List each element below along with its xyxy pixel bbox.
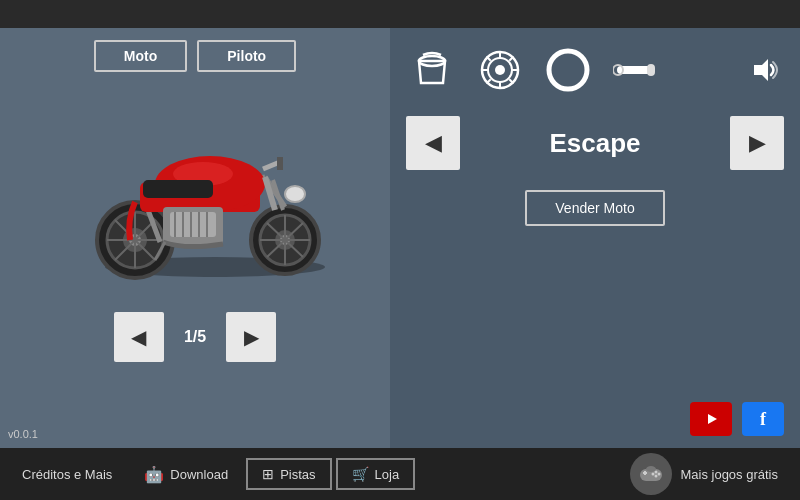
credits-button[interactable]: Créditos e Mais [8,461,126,488]
youtube-button[interactable] [690,402,732,436]
sell-row: Vender Moto [406,190,784,226]
svg-point-62 [652,473,655,476]
download-button[interactable]: 🤖 Download [130,459,242,490]
sound-icon[interactable] [744,50,784,90]
next-part-button[interactable]: ▶ [730,116,784,170]
more-games-label: Mais jogos grátis [680,467,778,482]
sell-moto-button[interactable]: Vender Moto [525,190,664,226]
svg-point-63 [646,466,656,472]
part-name-label: Escape [460,128,730,159]
page-indicator: 1/5 [184,328,206,346]
left-panel: Moto Piloto [0,28,390,448]
version-label: v0.0.1 [8,428,38,440]
grid-icon: ⊞ [262,466,274,482]
main-content: Moto Piloto [0,28,800,448]
svg-marker-53 [754,59,768,81]
bottom-bar: Créditos e Mais 🤖 Download ⊞ Pistas 🛒 Lo… [0,448,800,500]
prev-part-button[interactable]: ◀ [406,116,460,170]
svg-point-61 [655,475,658,478]
parts-icon-row [406,40,784,100]
nav-controls: ◀ 1/5 ▶ [114,312,276,362]
ring-icon[interactable] [542,44,594,96]
next-moto-button[interactable]: ▶ [226,312,276,362]
more-games-button[interactable]: Mais jogos grátis [616,447,792,500]
loja-button[interactable]: 🛒 Loja [336,458,416,490]
cart-icon: 🛒 [352,466,369,482]
svg-point-40 [495,65,505,75]
credits-label: Créditos e Mais [22,467,112,482]
svg-rect-23 [143,180,213,198]
moto-display [35,92,355,292]
social-row: f [406,402,784,436]
svg-rect-58 [644,471,646,475]
svg-point-59 [655,471,658,474]
motorcycle-image [55,102,335,282]
svg-point-35 [285,186,305,202]
tab-piloto[interactable]: Piloto [197,40,296,72]
svg-rect-51 [647,64,655,76]
loja-label: Loja [375,467,400,482]
top-bar [0,0,800,28]
svg-point-49 [549,51,587,89]
pistas-button[interactable]: ⊞ Pistas [246,458,331,490]
android-icon: 🤖 [144,465,164,484]
svg-rect-25 [170,212,216,237]
wheel-icon[interactable] [474,44,526,96]
gamepad-icon [630,453,672,495]
tab-buttons: Moto Piloto [94,40,296,72]
bucket-icon[interactable] [406,44,458,96]
download-label: Download [170,467,228,482]
prev-moto-button[interactable]: ◀ [114,312,164,362]
exhaust-icon[interactable] [610,44,662,96]
right-panel: ◀ Escape ▶ Vender Moto f [390,28,800,448]
facebook-button[interactable]: f [742,402,784,436]
part-selector: ◀ Escape ▶ [406,116,784,170]
svg-point-60 [658,473,661,476]
tab-moto[interactable]: Moto [94,40,187,72]
pistas-label: Pistas [280,467,315,482]
